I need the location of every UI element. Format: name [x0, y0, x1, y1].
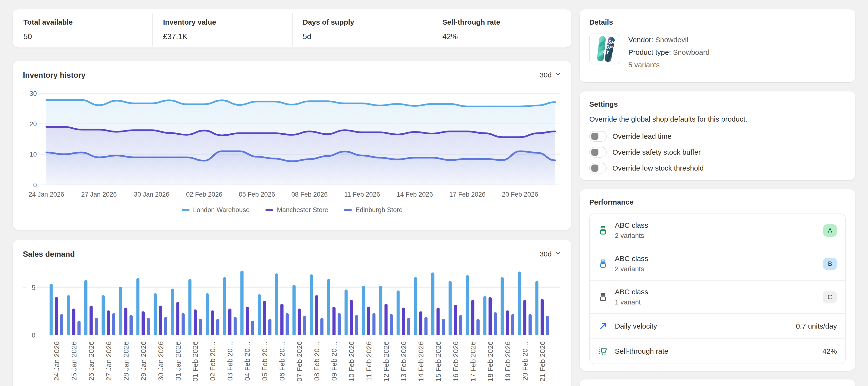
main-column: Total available 50 Inventory value £37.1… [13, 9, 571, 386]
sales-demand-header: Sales demand 30d [23, 248, 561, 260]
performance-row-abc-c: ABC class 1 variant C [590, 280, 845, 314]
svg-text:07 Feb 2026: 07 Feb 2026 [296, 342, 303, 382]
svg-text:11 Feb 2026: 11 Feb 2026 [365, 342, 373, 381]
toggle-knob [591, 149, 598, 156]
svg-text:24 Jan 2026: 24 Jan 2026 [53, 342, 61, 381]
vendor-value: Snowdevil [655, 36, 688, 44]
sales-demand-bar-chart: 5024 Jan 202625 Jan 202626 Jan 202627 Ja… [23, 262, 561, 386]
svg-text:05 Feb 20…: 05 Feb 20… [261, 342, 269, 381]
details-lines: Vendor: Snowdevil Product type: Snowboar… [628, 33, 710, 71]
daily-velocity-value: 0.7 units/day [796, 322, 837, 330]
svg-text:08 Feb 2026: 08 Feb 2026 [291, 191, 328, 198]
kpi-value: 42% [442, 32, 561, 41]
chevron-down-icon [555, 250, 561, 258]
kpi-label: Total available [23, 18, 142, 26]
inventory-history-header: Inventory history 30d [23, 69, 561, 81]
toggle-label: Override lead time [613, 132, 672, 140]
performance-row-sell-through: Sell-through rate 42% [590, 338, 845, 363]
performance-row-daily-velocity: Daily velocity 0.7 units/day [590, 314, 845, 338]
jar-icon [598, 225, 608, 235]
performance-row-title: ABC class [615, 255, 648, 263]
svg-text:19 Feb 2026: 19 Feb 2026 [504, 342, 512, 382]
svg-text:02 Feb 20…: 02 Feb 20… [209, 342, 217, 381]
performance-row-text: Sell-through rate [615, 347, 669, 355]
svg-text:05 Feb 2026: 05 Feb 2026 [239, 191, 275, 198]
abc-class-badge: C [823, 291, 837, 303]
svg-text:0: 0 [33, 181, 37, 189]
legend-swatch [182, 209, 189, 211]
product-type-line: Product type: Snowboard [628, 46, 710, 59]
kpi-days-of-supply: Days of supply 5d [292, 9, 432, 50]
card-title: Performance [589, 198, 845, 206]
card-title: Sales demand [23, 250, 75, 259]
performance-row-abc-a: ABC class 2 variants A [590, 214, 845, 247]
svg-text:06 Feb 20…: 06 Feb 20… [278, 342, 286, 381]
svg-text:20 Feb 20…: 20 Feb 20… [521, 342, 529, 381]
performance-row-title: Sell-through rate [615, 347, 669, 355]
svg-text:16 Feb 2026: 16 Feb 2026 [452, 342, 460, 382]
chart-legend: London WarehouseManchester StoreEdinburg… [23, 206, 561, 214]
card-title: Settings [589, 100, 845, 108]
kpi-value: 5d [303, 32, 421, 41]
svg-text:0: 0 [32, 332, 35, 339]
range-dropdown-value: 30d [539, 71, 552, 79]
toggle-row-lead-time: Override lead time [589, 131, 845, 142]
svg-text:18 Feb 2026: 18 Feb 2026 [486, 342, 494, 382]
kpi-summary-card: Total available 50 Inventory value £37.1… [13, 9, 571, 48]
kpi-sell-through-rate: Sell-through rate 42% [432, 9, 571, 50]
performance-row-text: ABC class 2 variants [615, 221, 648, 240]
toggle-label: Override low stock threshold [613, 164, 704, 172]
svg-text:09 Feb 20…: 09 Feb 20… [330, 342, 338, 381]
product-thumbnail: SH OP FY [589, 33, 620, 64]
variants-count: 5 variants [628, 59, 710, 71]
svg-text:24 Jan 2026: 24 Jan 2026 [29, 191, 64, 198]
svg-text:27 Jan 2026: 27 Jan 2026 [81, 191, 117, 198]
trend-up-icon [598, 321, 608, 331]
sales-demand-card: Sales demand 30d 5024 Jan 202625 Jan 202… [13, 240, 571, 386]
jar-icon [598, 292, 608, 302]
range-dropdown[interactable]: 30d [539, 71, 561, 79]
kpi-inventory-value: Inventory value £37.1K [152, 9, 292, 50]
svg-text:14 Feb 2026: 14 Feb 2026 [417, 342, 425, 382]
override-low-stock-toggle[interactable] [589, 163, 607, 174]
svg-text:12 Feb 2026: 12 Feb 2026 [382, 342, 390, 382]
range-dropdown[interactable]: 30d [539, 250, 561, 258]
product-type-value: Snowboard [673, 48, 710, 56]
chevron-down-icon [555, 71, 561, 79]
range-dropdown-value: 30d [539, 250, 552, 258]
toggle-knob [591, 133, 598, 140]
performance-row-title: Daily velocity [615, 322, 657, 330]
settings-card: Settings Override the global shop defaul… [580, 91, 855, 180]
svg-text:17 Feb 2026: 17 Feb 2026 [469, 342, 477, 382]
performance-row-subtitle: 2 variants [615, 265, 648, 273]
svg-text:20 Feb 2026: 20 Feb 2026 [502, 191, 538, 198]
toggle-label: Override safety stock buffer [613, 148, 701, 156]
jar-icon [598, 259, 608, 269]
kpi-label: Days of supply [303, 18, 421, 26]
svg-text:20: 20 [30, 120, 37, 128]
kpi-value: 50 [23, 32, 142, 41]
performance-row-text: Daily velocity [615, 322, 657, 330]
legend-item: Manchester Store [266, 206, 328, 214]
svg-text:14 Feb 2026: 14 Feb 2026 [397, 191, 433, 198]
kpi-total-available: Total available 50 [13, 9, 152, 50]
svg-text:10 Feb 2026: 10 Feb 2026 [347, 342, 355, 382]
cart-icon [598, 346, 608, 356]
sell-through-rate-value: 42% [823, 347, 837, 355]
svg-text:30 Jan 2026: 30 Jan 2026 [134, 191, 169, 198]
svg-text:21 Feb 2026: 21 Feb 2026 [538, 342, 546, 382]
abc-class-badge: A [823, 225, 837, 237]
performance-row-text: ABC class 2 variants [615, 255, 648, 273]
kpi-label: Inventory value [163, 18, 281, 26]
performance-row-subtitle: 2 variants [615, 232, 648, 240]
performance-row-title: ABC class [615, 221, 648, 230]
override-safety-stock-toggle[interactable] [589, 147, 607, 157]
svg-text:04 Feb 20…: 04 Feb 20… [243, 342, 251, 381]
details-card: Details [580, 9, 855, 82]
abc-class-badge: B [823, 258, 837, 270]
inventory-history-line-chart: 302010024 Jan 202627 Jan 202630 Jan 2026… [23, 86, 561, 206]
details-body: SH OP FY Vendor: Snowdevil Product type: [589, 33, 845, 71]
override-lead-time-toggle[interactable] [589, 131, 607, 142]
performance-card: Performance ABC class 2 variants A [580, 189, 855, 371]
svg-text:11 Feb 2026: 11 Feb 2026 [344, 191, 380, 198]
